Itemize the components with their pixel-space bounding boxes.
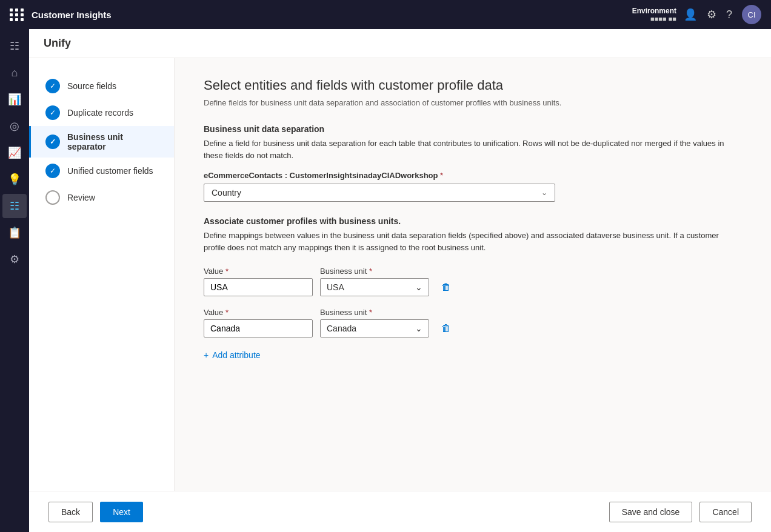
value-required-1: *	[225, 308, 229, 317]
country-dropdown[interactable]: Country ⌄	[204, 184, 555, 202]
bu-required-1: *	[369, 308, 372, 317]
back-button[interactable]: Back	[48, 502, 93, 522]
step-circle-unified: ✓	[45, 164, 60, 178]
page-title: Unify	[44, 37, 71, 50]
page-heading: Select entities and fields with customer…	[204, 78, 742, 93]
country-dropdown-value: Country	[212, 188, 241, 198]
nav-icons: 👤 ⚙ ? CI	[684, 5, 761, 24]
save-and-close-button[interactable]: Save and close	[609, 502, 693, 522]
step-duplicate-records[interactable]: ✓ Duplicate records	[29, 99, 174, 126]
business-unit-dropdown-0[interactable]: USA ⌄	[320, 278, 429, 296]
entity-field-label: eCommerceContacts : CustomerInsightsinad…	[204, 171, 742, 180]
value-col-0: Value *	[204, 267, 313, 296]
step-label-duplicate-records: Duplicate records	[67, 108, 133, 118]
value-label-1: Value *	[204, 308, 313, 317]
business-unit-chevron-1: ⌄	[415, 324, 422, 333]
step-unified-customer-fields[interactable]: ✓ Unified customer fields	[29, 158, 174, 184]
sidebar-icon-settings[interactable]: ⚙	[2, 247, 27, 271]
business-unit-separation-title: Business unit data separation	[204, 124, 742, 134]
sidebar-icon-grid[interactable]: ☷	[2, 34, 27, 58]
business-unit-label-0: Business unit *	[320, 267, 429, 276]
value-col-1: Value *	[204, 308, 313, 337]
step-circle-source-fields: ✓	[45, 79, 60, 93]
step-business-unit-separator[interactable]: ✓ Business unit separator	[29, 126, 174, 158]
add-icon: +	[204, 350, 209, 360]
required-marker: *	[440, 171, 443, 180]
steps-sidebar: ✓ Source fields ✓ Duplicate records ✓ Bu…	[29, 58, 175, 491]
page-subtitle: Define fields for business unit data sep…	[204, 98, 742, 107]
mapping-row-0: Value * Business unit * USA	[204, 265, 742, 297]
mapping-section: Associate customer profiles with busines…	[204, 216, 742, 362]
sub-header: Unify	[29, 29, 771, 58]
sidebar-icon-home[interactable]: ⌂	[2, 61, 27, 85]
mapping-row-1: Value * Business unit * Canada	[204, 307, 742, 338]
step-circle-business-unit: ✓	[45, 135, 60, 149]
business-unit-separation-desc: Define a field for business unit data se…	[204, 138, 742, 161]
step-circle-duplicate-records: ✓	[45, 105, 60, 120]
business-unit-value-0: USA	[327, 282, 344, 292]
business-unit-chevron-0: ⌄	[415, 282, 422, 292]
next-button[interactable]: Next	[100, 502, 143, 522]
business-unit-dropdown-1[interactable]: Canada ⌄	[320, 319, 429, 337]
step-circle-review	[45, 190, 60, 205]
sidebar-icon-report[interactable]: 📋	[2, 221, 27, 245]
top-nav: Customer Insights Environment ■■■■ ■■ 👤 …	[0, 0, 771, 29]
step-source-fields[interactable]: ✓ Source fields	[29, 73, 174, 99]
step-label-source-fields: Source fields	[67, 81, 116, 91]
value-required-0: *	[225, 267, 229, 276]
step-review[interactable]: Review	[29, 184, 174, 211]
main-content: ✓ Source fields ✓ Duplicate records ✓ Bu…	[29, 58, 771, 491]
environment-value: ■■■■ ■■	[650, 15, 676, 22]
sidebar-icon-analytics[interactable]: 📊	[2, 87, 27, 111]
person-icon[interactable]: 👤	[684, 8, 697, 21]
environment-label: Environment	[632, 7, 676, 15]
work-area: Select entities and fields with customer…	[175, 58, 771, 491]
step-label-review: Review	[67, 193, 95, 202]
value-input-0[interactable]	[204, 278, 313, 296]
avatar[interactable]: CI	[742, 5, 761, 24]
step-label-business-unit: Business unit separator	[67, 132, 159, 151]
business-unit-label-1: Business unit *	[320, 308, 429, 317]
bu-required-0: *	[369, 267, 372, 276]
environment-info: Environment ■■■■ ■■	[632, 7, 676, 22]
value-input-1[interactable]	[204, 319, 313, 337]
sidebar-icon-chart[interactable]: 📈	[2, 141, 27, 165]
app-title: Customer Insights	[32, 10, 625, 20]
business-unit-col-1: Business unit * Canada ⌄	[320, 308, 429, 337]
business-unit-value-1: Canada	[327, 324, 356, 333]
sidebar-icon-bulb[interactable]: 💡	[2, 167, 27, 191]
assoc-desc: Define mappings between values in the bu…	[204, 230, 742, 253]
settings-icon[interactable]: ⚙	[707, 8, 716, 21]
footer-right: Save and close Cancel	[609, 502, 752, 522]
grid-menu-icon[interactable]	[10, 8, 24, 21]
add-attribute-label: Add attribute	[212, 350, 260, 360]
content-area: Unify ✓ Source fields ✓ Duplicate record…	[29, 29, 771, 532]
value-label-0: Value *	[204, 267, 313, 276]
page-shell: ☷ ⌂ 📊 ◎ 📈 💡 ☷ 📋 ⚙ Unify ✓ Source fields …	[0, 29, 771, 532]
assoc-title: Associate customer profiles with busines…	[204, 216, 742, 226]
country-dropdown-chevron: ⌄	[541, 188, 547, 197]
delete-row-0-button[interactable]: 🗑	[436, 278, 456, 297]
sidebar-icon-target[interactable]: ◎	[2, 114, 27, 138]
help-icon[interactable]: ?	[726, 8, 732, 21]
step-label-unified: Unified customer fields	[67, 166, 153, 176]
sidebar-icon-data[interactable]: ☷	[2, 194, 27, 218]
entity-name: eCommerceContacts : CustomerInsightsinad…	[204, 171, 438, 180]
footer: Back Next Save and close Cancel	[29, 491, 771, 532]
cancel-button[interactable]: Cancel	[699, 502, 752, 522]
add-attribute-button[interactable]: + Add attribute	[204, 348, 261, 362]
icon-sidebar: ☷ ⌂ 📊 ◎ 📈 💡 ☷ 📋 ⚙	[0, 29, 29, 532]
footer-left: Back Next	[48, 502, 143, 522]
delete-row-1-button[interactable]: 🗑	[436, 319, 456, 338]
business-unit-col-0: Business unit * USA ⌄	[320, 267, 429, 296]
